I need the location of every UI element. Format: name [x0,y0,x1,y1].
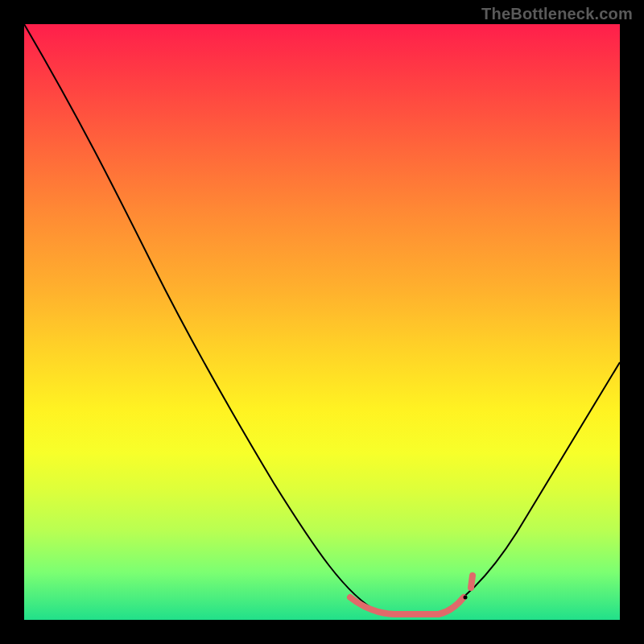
bottleneck-curve [24,24,620,612]
attribution-label: TheBottleneck.com [481,5,633,23]
chart-container: TheBottleneck.com [0,0,644,644]
highlight-tick [471,576,473,588]
plot-area [24,24,620,620]
curve-overlay [24,24,620,620]
marker-dot [464,596,468,600]
optimal-region-highlight [350,597,464,614]
